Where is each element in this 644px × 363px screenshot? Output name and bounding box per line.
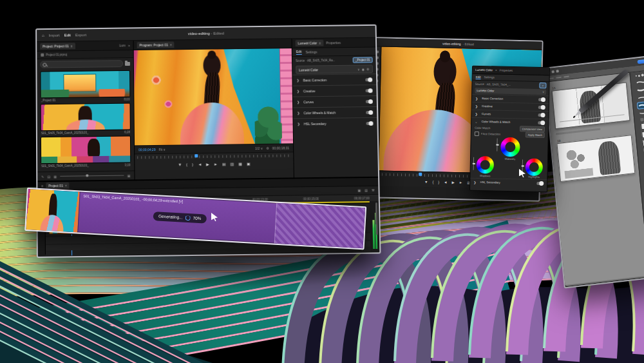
menu-item-icon[interactable] bbox=[556, 77, 562, 79]
preset-dropdown[interactable]: Lumetri Color ∨ ◉ 👁 bbox=[296, 64, 373, 74]
menu-item-icon[interactable] bbox=[564, 76, 569, 78]
home-icon[interactable]: ⌂ bbox=[42, 34, 44, 37]
marker-icon[interactable]: ▼ bbox=[424, 181, 428, 184]
tab-overflow[interactable]: Lum bbox=[119, 43, 126, 47]
subtab-settings[interactable]: Settings bbox=[305, 50, 317, 54]
shadows-slider[interactable] bbox=[473, 157, 474, 170]
shadows-wheel[interactable] bbox=[477, 156, 495, 174]
play-icon[interactable]: ▶ bbox=[452, 181, 455, 185]
panel-menu-icon[interactable]: ≡ bbox=[41, 184, 43, 188]
section-toggle[interactable] bbox=[366, 100, 373, 103]
new-bin-icon[interactable] bbox=[125, 61, 130, 65]
section-toggle[interactable] bbox=[365, 89, 372, 92]
swatch-2[interactable] bbox=[641, 130, 644, 138]
grid-view-icon[interactable]: ▦ bbox=[53, 174, 57, 178]
step-forward-icon[interactable]: ► bbox=[214, 162, 218, 166]
playback-resolution-select[interactable]: 1/2 ∨ bbox=[255, 146, 263, 150]
bin-item[interactable]: S01_Sh05_Tk04_CamA_20250103_6;28 bbox=[41, 103, 131, 135]
clip-chip[interactable]: _Project 01 bbox=[353, 57, 373, 63]
step-back-icon[interactable]: ◄ bbox=[198, 162, 202, 166]
section-color-wheels[interactable]: ❯ Color Wheels & Match bbox=[293, 106, 377, 119]
tool-icons-row[interactable] bbox=[640, 116, 644, 121]
settings-wrench-icon[interactable]: ⚙ bbox=[266, 146, 269, 150]
tab-lumetri-color[interactable]: Lumetri Color bbox=[475, 68, 493, 72]
video-frame bbox=[134, 48, 293, 145]
list-view-icon[interactable]: ▤ bbox=[47, 175, 50, 179]
menu-import[interactable]: Import bbox=[49, 34, 60, 37]
export-frame-icon[interactable]: ▦ bbox=[238, 162, 242, 166]
section-toggle[interactable] bbox=[538, 121, 545, 124]
tab-properties[interactable]: Properties bbox=[500, 69, 513, 72]
swatch-1[interactable] bbox=[641, 121, 644, 130]
panel-menu-icon[interactable]: » bbox=[128, 43, 130, 47]
comparison-view-button[interactable]: Comparison View bbox=[520, 126, 545, 132]
mark-out-icon[interactable]: } bbox=[438, 181, 439, 184]
tab-program[interactable]: Program: Project 01× bbox=[137, 41, 175, 48]
mark-in-icon[interactable]: { bbox=[186, 162, 187, 166]
section-curves[interactable]: ❯ Curves bbox=[293, 95, 377, 108]
playhead-marker[interactable] bbox=[195, 154, 198, 157]
subtab-settings[interactable]: Settings bbox=[484, 75, 494, 79]
search-input[interactable] bbox=[40, 60, 123, 68]
clip-chip[interactable]: ⌕ bbox=[540, 82, 547, 88]
menu-edit[interactable]: Edit bbox=[64, 34, 71, 37]
play-icon[interactable]: ▶ bbox=[206, 162, 209, 166]
automate-icon[interactable]: ▣ bbox=[128, 173, 131, 177]
section-hsl-secondary[interactable]: ❯ HSL Secondary bbox=[470, 178, 547, 187]
extract-icon[interactable]: ▥ bbox=[231, 162, 234, 166]
thumbnail-size-slider[interactable] bbox=[60, 175, 124, 177]
section-toggle[interactable] bbox=[365, 78, 372, 81]
timeline-settings-icon[interactable]: ⚒ bbox=[372, 188, 375, 192]
brush-preset-4[interactable] bbox=[638, 108, 644, 116]
brush-preset-3[interactable] bbox=[637, 93, 644, 101]
close-icon[interactable]: × bbox=[495, 69, 497, 72]
tab-lumetri-color[interactable]: Lumetri Color≡ bbox=[296, 40, 324, 46]
section-toggle[interactable] bbox=[538, 106, 545, 109]
eye-icon[interactable]: 👁 bbox=[366, 67, 370, 71]
tool-icon[interactable] bbox=[556, 70, 558, 72]
primary-action-button[interactable] bbox=[638, 59, 644, 64]
face-icon[interactable]: ◉ bbox=[361, 67, 364, 71]
section-creative[interactable]: ❯ Creative bbox=[293, 84, 377, 96]
brush-preset-selected[interactable] bbox=[638, 101, 644, 108]
midtones-wheel[interactable] bbox=[500, 137, 520, 157]
menu-export[interactable]: Export bbox=[75, 33, 86, 37]
clip-duration: 6;28 bbox=[124, 130, 130, 133]
section-toggle[interactable] bbox=[538, 113, 545, 117]
brush-preset-1[interactable] bbox=[635, 77, 644, 85]
highlights-slider[interactable] bbox=[522, 159, 523, 172]
playhead-marker[interactable] bbox=[419, 173, 422, 176]
section-toggle[interactable] bbox=[366, 121, 373, 124]
section-toggle[interactable] bbox=[536, 182, 544, 185]
mark-in-icon[interactable]: { bbox=[432, 181, 433, 184]
brush-size-row[interactable] bbox=[636, 72, 644, 78]
midtones-slider[interactable] bbox=[497, 139, 497, 152]
storyboard-frame-2[interactable] bbox=[556, 135, 635, 182]
tab-project[interactable]: Project: Project 01≡ bbox=[40, 43, 75, 50]
tool-icon[interactable] bbox=[551, 70, 554, 73]
tab-sequence[interactable]: Project 01× bbox=[46, 182, 70, 189]
proxy-icon[interactable]: ▣ bbox=[247, 162, 251, 166]
brush-preset-2[interactable] bbox=[636, 85, 644, 93]
subtab-edit[interactable]: Edit bbox=[476, 75, 481, 79]
section-toggle[interactable] bbox=[366, 110, 373, 113]
edit-icon[interactable]: ✎ bbox=[41, 175, 44, 179]
section-toggle[interactable] bbox=[538, 98, 545, 101]
bin-item[interactable]: _Project 018;03 bbox=[40, 70, 130, 102]
face-detection-checkbox[interactable] bbox=[475, 132, 479, 136]
snap-icon[interactable]: ▣ bbox=[357, 188, 361, 192]
bin-item[interactable]: S01_Sh01_Tk04_CamA_20250103_3;19 bbox=[41, 135, 131, 168]
step-back-icon[interactable]: ◄ bbox=[444, 181, 448, 184]
section-basic-correction[interactable]: ❯ Basic Correction bbox=[292, 74, 376, 85]
wall-decor bbox=[151, 75, 161, 86]
step-forward-icon[interactable]: ► bbox=[459, 181, 463, 185]
highlights-wheel[interactable] bbox=[525, 159, 543, 177]
zoom-select[interactable]: Fit ∨ bbox=[159, 148, 166, 152]
subtab-edit[interactable]: Edit bbox=[296, 50, 302, 55]
section-hsl-secondary[interactable]: ❯ HSL Secondary bbox=[293, 117, 377, 130]
tab-properties[interactable]: Properties bbox=[326, 41, 341, 44]
marker-icon[interactable]: ▼ bbox=[178, 162, 182, 166]
mark-out-icon[interactable]: } bbox=[192, 162, 193, 166]
linked-selection-icon[interactable]: ▤ bbox=[365, 188, 368, 192]
lift-icon[interactable]: ▤ bbox=[222, 162, 226, 166]
